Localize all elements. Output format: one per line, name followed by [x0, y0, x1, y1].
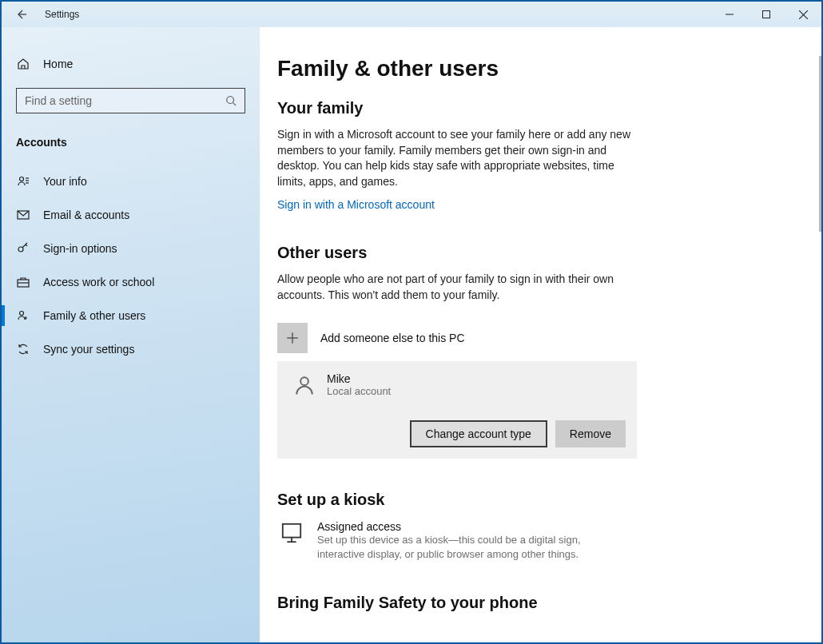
user-type: Local account	[327, 385, 391, 397]
sidebar-item-email[interactable]: Email & accounts	[2, 198, 260, 232]
svg-point-17	[300, 377, 308, 385]
window-title: Settings	[45, 9, 79, 20]
search-box[interactable]	[16, 88, 245, 113]
briefcase-icon	[16, 276, 30, 288]
kiosk-icon	[277, 520, 306, 544]
sidebar-item-label: Family & other users	[43, 309, 145, 322]
maximize-button[interactable]	[748, 2, 785, 27]
page-title: Family & other users	[277, 56, 804, 81]
kiosk-row[interactable]: Assigned access Set up this device as a …	[277, 520, 804, 562]
sidebar: Home Accounts Your info	[2, 27, 260, 642]
add-user-row[interactable]: Add someone else to this PC	[277, 323, 804, 353]
scrollbar[interactable]	[819, 56, 821, 232]
change-account-type-button[interactable]: Change account type	[410, 420, 547, 447]
section-title-family: Your family	[277, 99, 804, 117]
main-content: Family & other users Your family Sign in…	[260, 27, 821, 642]
back-button[interactable]	[14, 8, 27, 21]
plus-icon	[277, 323, 308, 353]
mail-icon	[16, 209, 30, 221]
svg-point-4	[227, 97, 234, 104]
titlebar: Settings	[2, 2, 821, 27]
svg-rect-1	[763, 11, 770, 18]
sidebar-item-label: Sign-in options	[43, 242, 117, 255]
window-controls	[711, 2, 821, 27]
minimize-button[interactable]	[711, 2, 748, 27]
search-input[interactable]	[25, 94, 225, 107]
key-icon	[16, 242, 30, 255]
svg-rect-18	[283, 523, 300, 537]
person-icon	[16, 175, 30, 188]
people-icon	[16, 309, 30, 322]
section-body-other: Allow people who are not part of your fa…	[277, 272, 645, 303]
section-body-family: Sign in with a Microsoft account to see …	[277, 127, 645, 189]
sidebar-item-family[interactable]: Family & other users	[2, 299, 260, 332]
avatar-icon	[292, 372, 317, 398]
sidebar-item-label: Your info	[43, 175, 87, 188]
kiosk-desc: Set up this device as a kiosk—this could…	[317, 533, 613, 562]
search-icon	[225, 95, 237, 106]
sidebar-item-label: Access work or school	[43, 276, 154, 288]
kiosk-subtitle: Assigned access	[317, 520, 613, 533]
remove-user-button[interactable]: Remove	[555, 420, 626, 447]
home-icon	[16, 58, 30, 70]
svg-line-5	[233, 103, 237, 106]
sidebar-home[interactable]: Home	[2, 51, 260, 77]
section-title-kiosk: Set up a kiosk	[277, 491, 804, 509]
user-card[interactable]: Mike Local account Change account type R…	[277, 361, 637, 459]
svg-point-6	[20, 177, 24, 181]
sidebar-item-label: Email & accounts	[43, 209, 129, 221]
sidebar-item-sync[interactable]: Sync your settings	[2, 332, 260, 366]
signin-link[interactable]: Sign in with a Microsoft account	[277, 198, 435, 211]
close-button[interactable]	[785, 2, 821, 27]
sidebar-item-work[interactable]: Access work or school	[2, 265, 260, 299]
sidebar-item-label: Sync your settings	[43, 343, 134, 356]
add-user-label: Add someone else to this PC	[320, 332, 465, 344]
svg-point-14	[20, 312, 24, 316]
sync-icon	[16, 343, 30, 356]
sidebar-home-label: Home	[43, 58, 73, 70]
user-name: Mike	[327, 372, 391, 385]
sidebar-item-your-info[interactable]: Your info	[2, 165, 260, 198]
sidebar-category: Accounts	[2, 128, 260, 155]
section-title-family-safety: Bring Family Safety to your phone	[277, 594, 804, 612]
sidebar-item-signin[interactable]: Sign-in options	[2, 232, 260, 265]
section-title-other: Other users	[277, 244, 804, 262]
